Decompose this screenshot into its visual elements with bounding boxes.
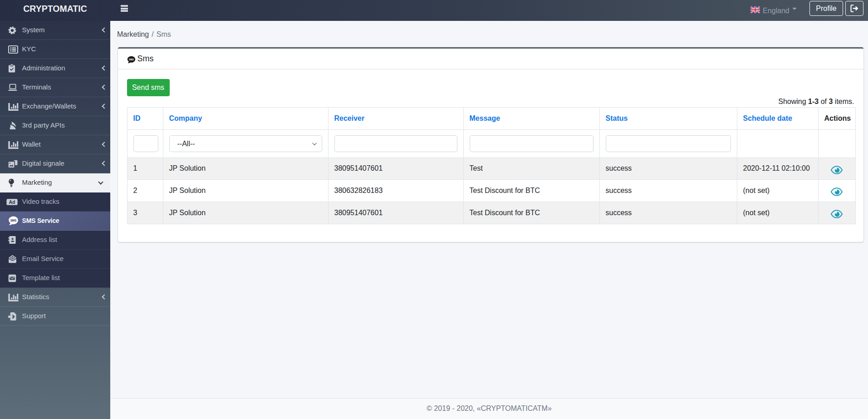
svg-text:Ad: Ad [9, 199, 15, 204]
svg-text:SMS: SMS [10, 219, 16, 222]
svg-text:SMS: SMS [128, 58, 134, 60]
